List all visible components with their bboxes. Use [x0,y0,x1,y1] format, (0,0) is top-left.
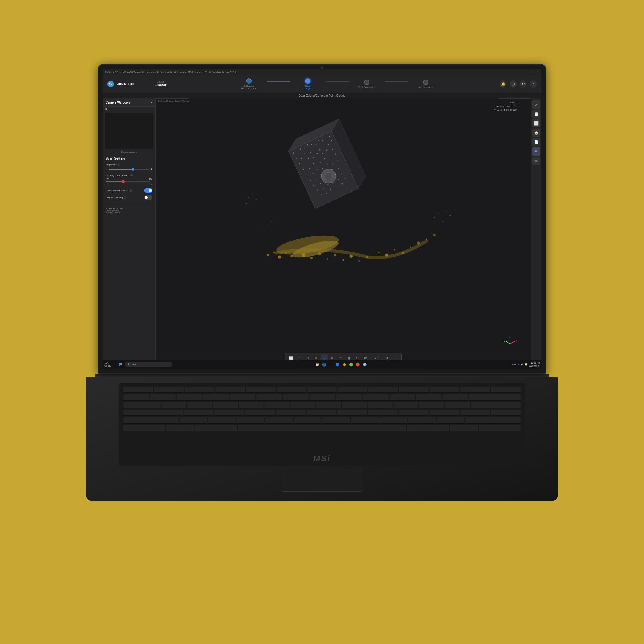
key-f8[interactable] [368,387,398,393]
key-4[interactable] [230,394,255,401]
key-quote[interactable] [491,410,521,416]
key-space[interactable] [238,425,406,431]
touchpad[interactable] [281,468,363,492]
key-rctrl[interactable] [479,425,521,431]
key-backspace[interactable] [469,394,521,401]
right-icon-clipboard[interactable]: 📋 [532,110,541,118]
brightness-track[interactable] [109,169,149,170]
key-f4[interactable] [246,387,276,393]
key-1[interactable] [150,394,175,401]
notifications-icon[interactable]: 🔔 [500,81,507,88]
wd-track[interactable] [106,181,150,182]
key-j[interactable] [368,410,398,416]
key-l[interactable] [430,410,459,416]
brightness-slider[interactable]: ☼ ✦ [106,167,152,171]
brightness-thumb[interactable] [132,168,134,171]
settings-icon[interactable]: ⚙ [520,81,527,88]
key-b[interactable] [294,417,322,424]
key-o[interactable] [368,402,392,408]
key-period[interactable] [408,417,436,424]
key-8[interactable] [336,394,362,401]
right-icon-document[interactable]: 📄 [532,138,541,146]
key-q[interactable] [162,402,186,408]
taskbar-app-green[interactable]: 🟢 [348,362,354,367]
key-ctrl[interactable] [123,425,165,431]
key-semi[interactable] [460,410,490,416]
key-a[interactable] [184,410,213,416]
taskbar-app-edge[interactable]: 🌐 [321,362,327,367]
key-y[interactable] [290,402,315,408]
key-h[interactable] [337,410,367,416]
right-icon-frame[interactable]: ⬜ [532,119,541,127]
tray-chevron[interactable]: ^ [510,364,510,366]
key-i[interactable] [342,402,367,408]
key-f1[interactable] [154,387,184,393]
key-7[interactable] [310,394,335,401]
tray-volume[interactable]: 🔊 [521,363,523,366]
taskbar-app-mail[interactable]: ✉ [328,362,334,367]
key-caps[interactable] [123,410,183,416]
taskbar-app-globe[interactable]: 🌍 [362,362,368,367]
key-f3[interactable] [215,387,245,393]
key-minus[interactable] [416,394,442,401]
key-k[interactable] [399,410,428,416]
key-rshift[interactable] [465,417,521,424]
key-e[interactable] [213,402,238,408]
key-r[interactable] [239,402,264,408]
key-p[interactable] [394,402,418,408]
key-w[interactable] [187,402,212,408]
key-f6[interactable] [307,387,337,393]
taskbar-search[interactable]: 🔍 Search [125,362,172,367]
key-f10[interactable] [430,387,459,393]
key-6[interactable] [283,394,309,401]
key-alt[interactable] [195,425,237,431]
key-fn[interactable] [450,425,478,431]
key-equals[interactable] [443,394,468,401]
close-button[interactable]: ✕ [536,70,539,73]
tray-network[interactable]: 📶 [525,363,527,366]
key-d[interactable] [245,410,275,416]
key-f12[interactable] [491,387,521,393]
help-icon[interactable]: ? [530,81,537,88]
wd-thumb[interactable] [122,180,125,183]
taskbar-app-red[interactable]: 🔴 [355,362,361,367]
taskbar-app-orange[interactable]: 🔶 [341,362,347,367]
right-icon-eye[interactable]: 👁 [532,147,541,156]
key-f11[interactable] [460,387,490,393]
key-x[interactable] [208,417,236,424]
maximize-button[interactable]: □ [531,70,534,73]
camera-windows-header[interactable]: Camera Windows ▾ [103,98,155,107]
key-g[interactable] [307,410,336,416]
key-comma[interactable] [379,417,407,424]
key-f2[interactable] [185,387,214,393]
taskbar-app-blue[interactable]: 🔵 [335,362,341,367]
key-0[interactable] [390,394,415,401]
key-f7[interactable] [338,387,367,393]
share-icon[interactable]: ⬡ [510,81,517,88]
key-z[interactable] [180,417,207,424]
right-icon-home[interactable]: 🏠 [532,129,541,137]
key-n[interactable] [322,417,350,424]
key-m[interactable] [351,417,379,424]
key-5[interactable] [256,394,282,401]
key-win[interactable] [166,425,194,431]
key-esc[interactable] [123,387,153,393]
key-t[interactable] [265,402,289,408]
key-f[interactable] [276,410,306,416]
key-tilde[interactable] [123,394,149,401]
key-s[interactable] [214,410,244,416]
key-3[interactable] [203,394,229,401]
key-2[interactable] [177,394,202,401]
right-icon-cursor[interactable]: ↗ [532,100,541,109]
key-f9[interactable] [399,387,429,393]
key-enter[interactable] [471,402,521,408]
key-bracket-l[interactable] [419,402,444,408]
key-v[interactable] [265,417,293,424]
key-tab[interactable] [123,402,161,408]
taskbar-app-files[interactable]: 📁 [314,362,320,367]
wd-slider[interactable]: T [106,180,152,183]
key-slash[interactable] [437,417,464,424]
right-icon-edit[interactable]: ✏ [532,157,541,165]
key-bracket-r[interactable] [445,402,470,408]
key-u[interactable] [316,402,341,408]
